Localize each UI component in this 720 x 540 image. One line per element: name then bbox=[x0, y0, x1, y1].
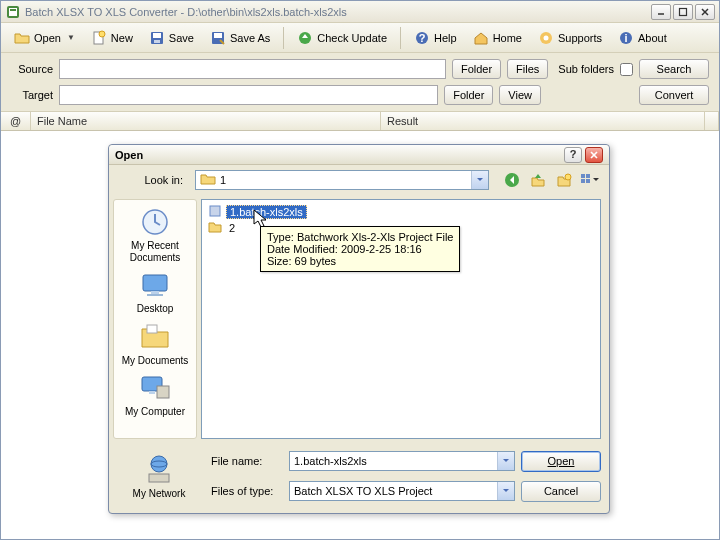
save-label: Save bbox=[169, 32, 194, 44]
convert-button[interactable]: Convert bbox=[639, 85, 709, 105]
minimize-button[interactable] bbox=[651, 4, 671, 20]
svg-point-39 bbox=[151, 456, 167, 472]
filename-value: 1.batch-xls2xls bbox=[294, 455, 367, 467]
file-name: 1.batch-xls2xls bbox=[226, 205, 307, 219]
col-result[interactable]: Result bbox=[381, 112, 705, 130]
computer-icon bbox=[139, 372, 171, 404]
target-label: Target bbox=[11, 89, 53, 101]
separator bbox=[283, 27, 284, 49]
look-in-combo[interactable]: 1 bbox=[195, 170, 489, 190]
supports-button[interactable]: Supports bbox=[531, 26, 609, 50]
places-bar: My Recent Documents Desktop My Documents… bbox=[113, 199, 197, 439]
file-item[interactable]: 1.batch-xls2xls bbox=[206, 204, 596, 220]
check-update-label: Check Update bbox=[317, 32, 387, 44]
place-computer[interactable]: My Computer bbox=[115, 372, 195, 418]
svg-rect-10 bbox=[153, 33, 161, 38]
place-recent-label: My Recent Documents bbox=[116, 240, 194, 263]
combo-dropdown-icon[interactable] bbox=[471, 171, 488, 189]
combo-dropdown-icon[interactable] bbox=[497, 452, 514, 470]
filename-label: File name: bbox=[207, 455, 283, 467]
source-row: Source Folder Files Sub folders Search bbox=[1, 53, 719, 85]
svg-point-25 bbox=[565, 174, 571, 180]
subfolders-label: Sub folders bbox=[558, 63, 614, 75]
place-desktop-label: Desktop bbox=[137, 303, 174, 315]
tooltip-date: Date Modified: 2009-2-25 18:16 bbox=[267, 243, 453, 255]
target-row: Target Folder View Convert bbox=[1, 85, 719, 111]
place-documents[interactable]: My Documents bbox=[115, 321, 195, 367]
col-status[interactable]: @ bbox=[1, 112, 31, 130]
svg-rect-11 bbox=[154, 40, 160, 43]
recent-icon bbox=[139, 206, 171, 238]
dialog-titlebar: Open ? bbox=[109, 145, 609, 165]
combo-dropdown-icon[interactable] bbox=[497, 482, 514, 500]
source-label: Source bbox=[11, 63, 53, 75]
source-input[interactable] bbox=[59, 59, 446, 79]
svg-rect-32 bbox=[151, 291, 159, 294]
save-as-icon bbox=[210, 30, 226, 46]
dialog-title: Open bbox=[115, 149, 561, 161]
home-button[interactable]: Home bbox=[466, 26, 529, 50]
project-file-icon bbox=[208, 204, 222, 220]
open-label: Open bbox=[34, 32, 61, 44]
place-network[interactable]: My Network bbox=[117, 454, 201, 499]
file-list[interactable]: 1.batch-xls2xls 2 Type: Batchwork Xls-2-… bbox=[201, 199, 601, 439]
svg-rect-29 bbox=[586, 179, 590, 183]
back-button[interactable] bbox=[501, 169, 523, 191]
toolbar: Open ▼ New Save Save As Check Update ? H… bbox=[1, 23, 719, 53]
subfolders-checkbox[interactable] bbox=[620, 63, 633, 76]
update-icon bbox=[297, 30, 313, 46]
look-in-row: Look in: 1 bbox=[109, 165, 609, 195]
target-input[interactable] bbox=[59, 85, 438, 105]
svg-rect-38 bbox=[210, 206, 220, 216]
folder-icon bbox=[200, 172, 216, 188]
new-label: New bbox=[111, 32, 133, 44]
filetype-combo[interactable]: Batch XLSX TO XLS Project bbox=[289, 481, 515, 501]
about-button[interactable]: i About bbox=[611, 26, 674, 50]
maximize-button[interactable] bbox=[673, 4, 693, 20]
svg-rect-41 bbox=[149, 474, 169, 482]
nav-icons bbox=[501, 169, 601, 191]
source-folder-button[interactable]: Folder bbox=[452, 59, 501, 79]
save-icon bbox=[149, 30, 165, 46]
info-icon: i bbox=[618, 30, 634, 46]
new-folder-button[interactable] bbox=[553, 169, 575, 191]
save-button[interactable]: Save bbox=[142, 26, 201, 50]
svg-rect-26 bbox=[581, 174, 585, 178]
view-menu-button[interactable] bbox=[579, 169, 601, 191]
network-icon bbox=[143, 454, 175, 486]
svg-text:i: i bbox=[624, 32, 627, 44]
folder-icon bbox=[208, 220, 222, 236]
search-button[interactable]: Search bbox=[639, 59, 709, 79]
place-desktop[interactable]: Desktop bbox=[115, 269, 195, 315]
open-button[interactable]: Open ▼ bbox=[7, 26, 82, 50]
new-button[interactable]: New bbox=[84, 26, 140, 50]
place-recent[interactable]: My Recent Documents bbox=[115, 206, 195, 263]
close-button[interactable] bbox=[695, 4, 715, 20]
separator bbox=[400, 27, 401, 49]
col-filename[interactable]: File Name bbox=[31, 112, 381, 130]
svg-rect-36 bbox=[149, 391, 155, 394]
svg-rect-37 bbox=[157, 386, 169, 398]
dialog-close-button[interactable] bbox=[585, 147, 603, 163]
save-as-button[interactable]: Save As bbox=[203, 26, 277, 50]
svg-rect-28 bbox=[581, 179, 585, 183]
dialog-help-button[interactable]: ? bbox=[564, 147, 582, 163]
target-folder-button[interactable]: Folder bbox=[444, 85, 493, 105]
open-confirm-button[interactable]: Open bbox=[521, 451, 601, 472]
grid-header: @ File Name Result bbox=[1, 111, 719, 131]
place-computer-label: My Computer bbox=[125, 406, 185, 418]
dialog-footer: My Network File name: 1.batch-xls2xls Op… bbox=[109, 443, 609, 513]
file-tooltip: Type: Batchwork Xls-2-Xls Project File D… bbox=[260, 226, 460, 272]
svg-rect-27 bbox=[586, 174, 590, 178]
svg-rect-13 bbox=[214, 33, 222, 38]
up-button[interactable] bbox=[527, 169, 549, 191]
cancel-button[interactable]: Cancel bbox=[521, 481, 601, 502]
home-label: Home bbox=[493, 32, 522, 44]
source-files-button[interactable]: Files bbox=[507, 59, 548, 79]
check-update-button[interactable]: Check Update bbox=[290, 26, 394, 50]
filename-combo[interactable]: 1.batch-xls2xls bbox=[289, 451, 515, 471]
svg-point-8 bbox=[99, 31, 105, 37]
app-icon bbox=[5, 4, 21, 20]
help-button[interactable]: ? Help bbox=[407, 26, 464, 50]
target-view-button[interactable]: View bbox=[499, 85, 541, 105]
